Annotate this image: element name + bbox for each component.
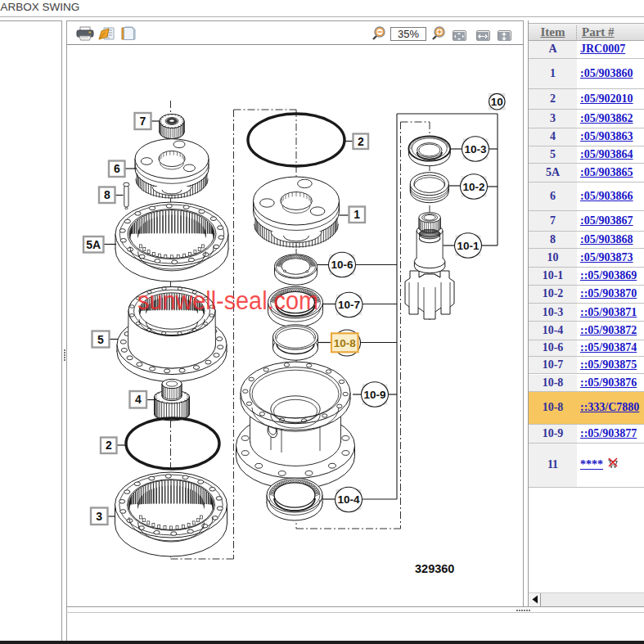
svg-text:10: 10 — [491, 96, 503, 108]
svg-text:10-7: 10-7 — [338, 299, 360, 311]
svg-text:2: 2 — [358, 135, 364, 148]
svg-text:10-3: 10-3 — [464, 143, 487, 155]
svg-text:10-8: 10-8 — [334, 337, 357, 349]
svg-text:3: 3 — [96, 510, 102, 523]
svg-text:329360: 329360 — [415, 562, 454, 575]
svg-text:10-6: 10-6 — [331, 259, 354, 271]
svg-text:6: 6 — [114, 162, 120, 175]
svg-text:10-9: 10-9 — [363, 389, 385, 401]
svg-text:10-1: 10-1 — [457, 240, 480, 252]
svg-text:8: 8 — [104, 188, 110, 201]
svg-text:4: 4 — [135, 393, 142, 406]
svg-text:10-4: 10-4 — [337, 493, 360, 506]
svg-text:5A: 5A — [86, 238, 101, 251]
svg-text:sunwell-seal.com: sunwell-seal.com — [137, 286, 318, 315]
svg-text:1: 1 — [354, 208, 360, 221]
svg-text:2: 2 — [106, 439, 112, 452]
svg-text:10-2: 10-2 — [462, 181, 484, 193]
svg-text:7: 7 — [140, 115, 146, 128]
svg-text:5: 5 — [97, 333, 104, 346]
